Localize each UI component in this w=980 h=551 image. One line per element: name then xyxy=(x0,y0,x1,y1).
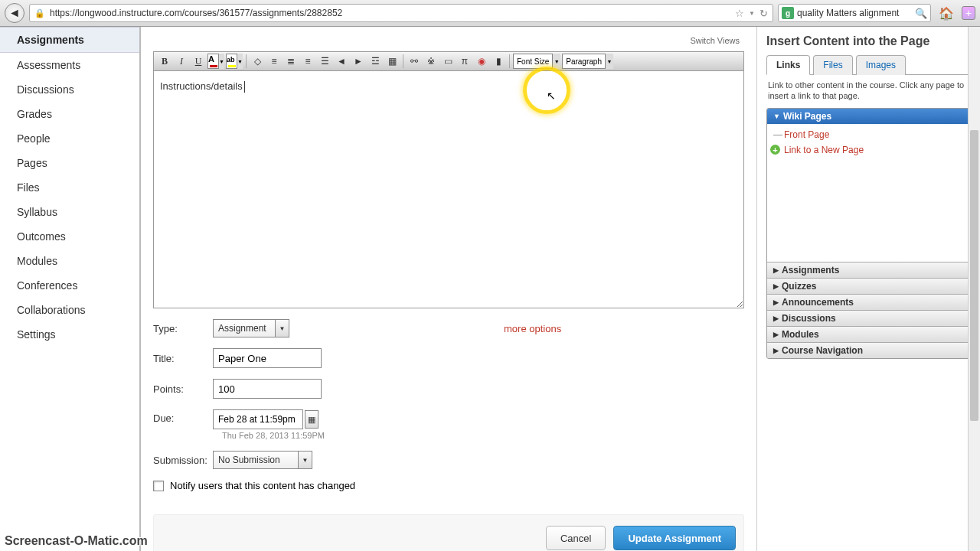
type-label: Type: xyxy=(153,323,213,334)
link-new-page[interactable]: +Link to a New Page xyxy=(767,142,970,158)
search-text: quality Matters alignment xyxy=(797,8,912,18)
nav-discussions[interactable]: Discussions xyxy=(0,77,139,102)
bg-color-button[interactable]: ab▼ xyxy=(226,54,243,69)
switch-views-link[interactable]: Switch Views xyxy=(690,36,740,45)
tab-files[interactable]: Files xyxy=(813,55,852,75)
course-nav: Assignments Assessments Discussions Grad… xyxy=(0,27,141,551)
indent-button[interactable]: ► xyxy=(351,54,366,69)
chevron-right-icon: ▶ xyxy=(773,298,779,306)
image-button[interactable]: ▭ xyxy=(440,54,456,69)
acc-discussions[interactable]: ▶Discussions xyxy=(767,310,970,326)
due-hint: Thu Feb 28, 2013 11:59PM xyxy=(222,431,325,440)
title-input[interactable] xyxy=(213,348,322,368)
embed-button[interactable]: ◉ xyxy=(474,54,489,69)
acc-wiki-pages[interactable]: ▼Wiki Pages xyxy=(767,109,970,124)
submission-label: Submission: xyxy=(153,455,213,466)
nav-conferences[interactable]: Conferences xyxy=(0,273,139,298)
notify-label: Notify users that this content has chang… xyxy=(170,480,355,491)
nav-settings[interactable]: Settings xyxy=(0,322,139,347)
notify-checkbox[interactable] xyxy=(153,481,164,491)
main-content: Switch Views B I U A▼ ab▼ ◇ ≡ ≣ ≡ ☰ ◄ ► … xyxy=(141,27,756,551)
clear-format-button[interactable]: ◇ xyxy=(250,54,265,69)
tab-images[interactable]: Images xyxy=(856,55,906,75)
nav-syllabus[interactable]: Syllabus xyxy=(0,200,139,224)
acc-quizzes[interactable]: ▶Quizzes xyxy=(767,278,970,294)
align-left-button[interactable]: ≡ xyxy=(266,54,282,69)
nav-outcomes[interactable]: Outcomes xyxy=(0,224,139,249)
url-text: https://longwood.instructure.com/courses… xyxy=(50,8,730,18)
font-size-select[interactable]: Font Size▼ xyxy=(513,54,560,69)
nav-pages[interactable]: Pages xyxy=(0,151,139,175)
chevron-right-icon: ▶ xyxy=(773,331,779,338)
chevron-right-icon: ▶ xyxy=(773,282,779,290)
bold-button[interactable]: B xyxy=(157,54,172,69)
acc-body: —Front Page +Link to a New Page xyxy=(767,124,970,262)
points-input[interactable] xyxy=(213,379,322,399)
page-scrollbar[interactable] xyxy=(968,27,980,551)
acc-assignments[interactable]: ▶Assignments xyxy=(767,262,970,278)
nav-people[interactable]: People xyxy=(0,126,139,151)
nav-assessments[interactable]: Assessments xyxy=(0,53,139,77)
nav-assignments[interactable]: Assignments xyxy=(0,27,139,53)
links-accordion: ▼Wiki Pages —Front Page +Link to a New P… xyxy=(766,108,971,359)
paragraph-select[interactable]: Paragraph▼ xyxy=(562,54,613,69)
link-front-page[interactable]: —Front Page xyxy=(767,127,970,142)
bookmark-icon[interactable]: ☆ xyxy=(735,8,744,19)
bullet-list-button[interactable]: ☰ xyxy=(317,54,332,69)
unlink-button[interactable]: ※ xyxy=(423,54,439,69)
search-box[interactable]: g quality Matters alignment 🔍 xyxy=(778,4,931,22)
title-label: Title: xyxy=(153,353,213,364)
equation-button[interactable]: π xyxy=(457,54,472,69)
home-icon[interactable]: 🏠 xyxy=(936,6,957,21)
search-icon[interactable]: 🔍 xyxy=(915,8,927,19)
chevron-right-icon: ▶ xyxy=(773,347,779,354)
back-button[interactable]: ◄ xyxy=(5,3,24,23)
due-input[interactable] xyxy=(213,409,303,429)
align-center-button[interactable]: ≣ xyxy=(283,54,299,69)
underline-button[interactable]: U xyxy=(191,54,206,69)
type-select[interactable]: Assignment▼ xyxy=(213,319,289,337)
panel-help: Link to other content in the course. Cli… xyxy=(766,75,971,108)
reload-icon[interactable]: ↻ xyxy=(760,8,768,19)
nav-modules[interactable]: Modules xyxy=(0,249,139,273)
acc-modules[interactable]: ▶Modules xyxy=(767,326,970,342)
watermark: Screencast-O-Matic.com xyxy=(5,534,148,548)
link-button[interactable]: ⚯ xyxy=(407,54,422,69)
nav-files[interactable]: Files xyxy=(0,175,139,200)
due-label: Due: xyxy=(153,409,213,424)
nav-collaborations[interactable]: Collaborations xyxy=(0,298,139,322)
insert-content-panel: Insert Content into the Page Links Files… xyxy=(756,27,980,551)
more-options-link[interactable]: more options xyxy=(504,323,561,334)
submission-select[interactable]: No Submission▼ xyxy=(213,451,312,469)
acc-announcements[interactable]: ▶Announcements xyxy=(767,294,970,310)
lock-icon: 🔒 xyxy=(34,8,45,18)
editor-textarea[interactable]: Instructions/details xyxy=(153,71,744,308)
cancel-button[interactable]: Cancel xyxy=(546,526,606,550)
editor-toolbar: B I U A▼ ab▼ ◇ ≡ ≣ ≡ ☰ ◄ ► ☲ ▦ ⚯ ※ ▭ π ◉… xyxy=(153,51,744,71)
record-button[interactable]: ▮ xyxy=(491,54,506,69)
align-right-button[interactable]: ≡ xyxy=(300,54,315,69)
acc-course-navigation[interactable]: ▶Course Navigation xyxy=(767,342,970,358)
text-color-button[interactable]: A▼ xyxy=(207,54,224,69)
plus-icon: + xyxy=(770,145,780,155)
number-list-button[interactable]: ☲ xyxy=(368,54,383,69)
outdent-button[interactable]: ◄ xyxy=(334,54,349,69)
nav-grades[interactable]: Grades xyxy=(0,102,139,126)
chevron-right-icon: ▶ xyxy=(773,266,779,274)
chevron-down-icon: ▼ xyxy=(773,112,780,120)
editor-content: Instructions/details xyxy=(160,80,243,92)
update-button[interactable]: Update Assignment xyxy=(613,526,736,550)
italic-button[interactable]: I xyxy=(174,54,189,69)
browser-toolbar: ◄ 🔒 https://longwood.instructure.com/cou… xyxy=(0,0,980,27)
scroll-thumb[interactable] xyxy=(970,130,978,421)
google-icon: g xyxy=(782,7,794,19)
dropdown-icon[interactable]: ▼ xyxy=(749,10,755,17)
points-label: Points: xyxy=(153,383,213,395)
tab-links[interactable]: Links xyxy=(766,55,810,75)
calendar-icon[interactable]: ▦ xyxy=(305,410,318,429)
addon-icon[interactable]: + xyxy=(962,6,975,20)
panel-tabs: Links Files Images xyxy=(766,54,971,75)
panel-title: Insert Content into the Page xyxy=(766,31,971,54)
url-bar[interactable]: 🔒 https://longwood.instructure.com/cours… xyxy=(29,4,773,22)
table-button[interactable]: ▦ xyxy=(384,54,400,69)
